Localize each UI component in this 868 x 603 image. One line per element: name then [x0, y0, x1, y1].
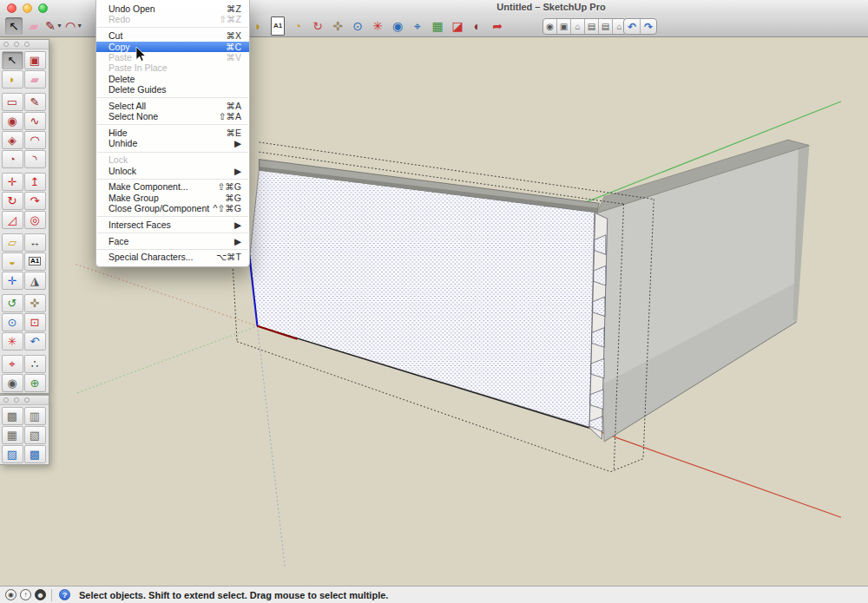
palette-zoom-button[interactable] [24, 42, 30, 47]
zoom-extents-tool-button[interactable]: ✳ [369, 17, 386, 35]
upload-icon[interactable]: ↑ [20, 589, 31, 600]
menu-item-delete[interactable]: Delete [96, 74, 249, 84]
eraser-tool-button[interactable]: ▰ [25, 17, 43, 35]
zoom-window-tool-button[interactable]: ⊡ [24, 313, 46, 331]
rotate-tool-button[interactable]: ↻ [309, 17, 326, 35]
look-around-icon: ◉ [7, 377, 16, 389]
location-icon[interactable]: ◉ [5, 589, 16, 600]
front-panel-face-selected[interactable] [250, 170, 595, 427]
solid-split-tool-button[interactable]: ▩ [24, 445, 46, 463]
freehand-tool-button[interactable]: ∿ [24, 112, 46, 130]
orbit-tool-button[interactable]: ↺ [2, 294, 23, 312]
components-segment[interactable]: ▣ [557, 19, 571, 34]
front-panel[interactable] [250, 160, 608, 440]
line-tool-button[interactable]: ✎▼ [45, 17, 62, 35]
axes-tool-button[interactable]: ✛ [2, 272, 23, 290]
push-pull-tool-button[interactable]: ↥ [24, 173, 46, 191]
follow-me-tool-button[interactable]: ◔ [289, 17, 306, 35]
arc-tool-button[interactable]: ◠ [24, 131, 46, 149]
palette-zoom-button[interactable] [24, 397, 30, 403]
undo-button[interactable]: ↶ [624, 19, 641, 34]
solid-intersect-tool-button[interactable]: ▥ [24, 407, 46, 425]
paint-bucket-tool-button[interactable]: ◗ [249, 17, 266, 35]
move-tool-button[interactable]: ✛ [2, 173, 23, 191]
menu-item-cut[interactable]: Cut⌘X [96, 30, 249, 41]
select-tool-button[interactable]: ↖ [5, 17, 23, 35]
help-icon[interactable]: ? [59, 589, 70, 600]
zoom-tool-button[interactable]: ⊙ [349, 17, 366, 35]
menu-item-select-all[interactable]: Select All⌘A [96, 101, 249, 111]
zoom-extents-tool-button[interactable]: ✳ [2, 332, 23, 351]
print-segment[interactable]: ▤ [585, 19, 599, 34]
model-info-segment[interactable]: ⌂ [571, 19, 585, 34]
solid-outer-shell-tool-button[interactable]: ▩ [2, 407, 23, 425]
tape-measure-icon: ▱ [8, 237, 16, 248]
pan-tool-button[interactable]: ✜ [329, 17, 346, 35]
menu-item-undo-open[interactable]: Undo Open⌘Z [96, 3, 249, 14]
look-around-tool-button[interactable]: ◉ [2, 374, 23, 392]
polygon-tool-button[interactable]: ◈ [2, 131, 23, 149]
menu-item-close-group-component[interactable]: Close Group/Component^⇧⌘G [96, 203, 249, 213]
position-camera-tool-button[interactable]: ⌖ [2, 355, 23, 373]
share-model-tool-button[interactable]: ➦ [489, 17, 506, 35]
menu-item-copy[interactable]: Copy⌘C [96, 42, 249, 52]
menu-item-special-characters[interactable]: Special Characters...⌥⌘T [96, 252, 249, 262]
redo-button[interactable]: ↷ [641, 19, 656, 34]
section-plane-tool-button[interactable]: ⊕ [24, 374, 46, 392]
account-icon[interactable]: ☻ [35, 589, 46, 600]
menu-item-intersect-faces[interactable]: Intersect Faces▶ [96, 220, 249, 230]
three-d-text-tool-button[interactable]: ◮ [24, 272, 46, 290]
text-tool-button[interactable]: A1 [269, 17, 286, 35]
section-plane-tool-button[interactable]: ◪ [449, 17, 466, 35]
menu-item-make-group[interactable]: Make Group⌘G [96, 193, 249, 203]
minimize-button[interactable] [23, 3, 32, 13]
menu-item-select-none[interactable]: Select None⇧⌘A [96, 111, 249, 121]
page-setup-segment[interactable]: ▤ [599, 19, 613, 34]
menu-item-unhide[interactable]: Unhide▶ [96, 138, 249, 148]
palette-close-button[interactable] [3, 397, 9, 403]
previous-tool-button[interactable]: ↶ [24, 332, 46, 351]
close-button[interactable] [7, 3, 16, 13]
make-component-tool-button[interactable]: ▣ [24, 51, 46, 69]
look-around-tool-button[interactable]: ◉ [389, 17, 406, 35]
palette-minimize-button[interactable] [14, 42, 19, 47]
line-tool-button[interactable]: ✎ [24, 93, 46, 111]
tool-grid: ▩▥▦▧▨▩ [0, 405, 49, 464]
follow-me-tool-button[interactable]: ↷ [24, 192, 46, 210]
rectangle-tool-button[interactable]: ▭ [2, 93, 23, 111]
walk-tool-button[interactable]: ∴ [24, 355, 46, 373]
protractor-tool-button[interactable]: ◒ [2, 252, 23, 271]
paint-bucket-tool-button[interactable]: ◗ [2, 70, 23, 88]
shadows-tool-button[interactable]: ◐ [469, 17, 486, 35]
pie-tool-button[interactable]: ◔ [2, 150, 23, 168]
palette-close-button[interactable] [3, 42, 9, 47]
zoom-button[interactable] [38, 3, 48, 13]
rotate-tool-button[interactable]: ↻ [2, 192, 23, 210]
arc-tool-button[interactable]: ◠▼ [65, 17, 82, 35]
solid-trim-tool-button[interactable]: ▨ [2, 445, 23, 463]
palette-minimize-button[interactable] [14, 397, 19, 403]
styles-segment[interactable]: ◉ [543, 19, 557, 34]
tape-measure-tool-button[interactable]: ▱ [2, 233, 23, 252]
solid-subtract-tool-button[interactable]: ▧ [24, 426, 46, 444]
solid-union-tool-button[interactable]: ▦ [2, 426, 23, 444]
dropdown-caret-icon[interactable]: ▼ [56, 17, 62, 35]
circle-tool-button[interactable]: ◉ [2, 112, 23, 130]
menu-item-delete-guides[interactable]: Delete Guides [96, 84, 249, 95]
dimension-tool-button[interactable]: ↔ [24, 233, 46, 252]
pan-tool-button[interactable]: ✜ [24, 294, 46, 312]
offset-tool-button[interactable]: ◎ [24, 211, 46, 229]
menu-item-unlock[interactable]: Unlock▶ [96, 166, 249, 176]
menu-item-make-component[interactable]: Make Component...⇧⌘G [96, 181, 249, 192]
dropdown-caret-icon[interactable]: ▼ [76, 17, 82, 35]
zoom-tool-button[interactable]: ⊙ [2, 313, 23, 331]
add-location-tool-button[interactable]: ▦ [429, 17, 446, 35]
position-camera-tool-button[interactable]: ⌖ [409, 17, 426, 35]
select-tool-button[interactable]: ↖ [2, 51, 23, 69]
eraser-tool-button[interactable]: ▰ [24, 70, 46, 88]
text-tool-button[interactable]: A1 [24, 252, 46, 271]
menu-item-face[interactable]: Face▶ [96, 236, 249, 246]
scale-tool-button[interactable]: ◿ [2, 211, 23, 229]
three-point-arc-tool-button[interactable]: ◝ [24, 150, 46, 168]
menu-item-hide[interactable]: Hide⌘E [96, 128, 249, 138]
